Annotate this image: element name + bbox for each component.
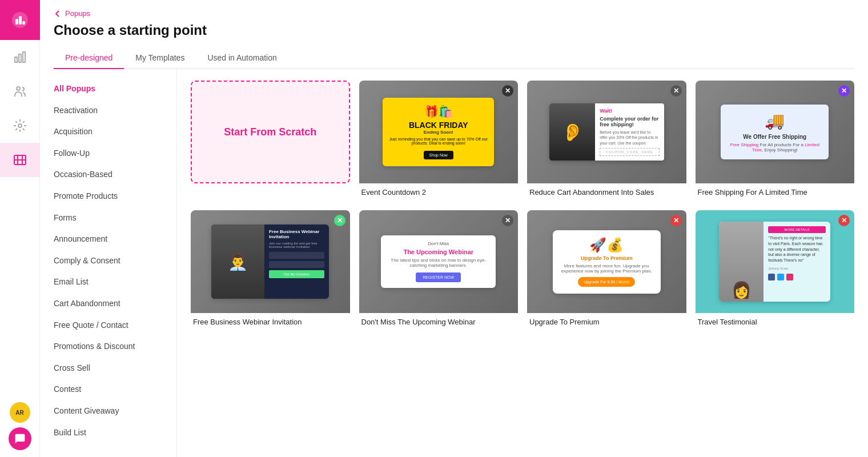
close-icon-free-shipping: ✕ bbox=[838, 85, 850, 97]
svg-rect-1 bbox=[15, 19, 18, 25]
svg-rect-4 bbox=[15, 57, 17, 62]
template-card-premium[interactable]: 🚀💰 Upgrade To Premium More features and … bbox=[527, 210, 686, 331]
nav-analytics[interactable] bbox=[0, 40, 40, 74]
nav-automations[interactable] bbox=[0, 109, 40, 143]
sidebar-item-all[interactable]: All Popups bbox=[40, 78, 176, 100]
tabs-bar: Pre-designed My Templates Used in Automa… bbox=[54, 47, 854, 69]
template-card-start-scratch[interactable]: Start From Scratch bbox=[191, 81, 350, 201]
sidebar-item-email-list[interactable]: Email List bbox=[40, 271, 176, 293]
templates-grid-area: Start From Scratch 🎁🛍️ BLACK FRIDAY Endi… bbox=[177, 69, 868, 457]
sidebar-item-content-giveaway[interactable]: Content Giveaway bbox=[40, 400, 176, 422]
template-thumb-webinar: 👨‍💼 Free Business Webinar Invitation Joi… bbox=[191, 210, 350, 313]
main-area: Popups Choose a starting point Pre-desig… bbox=[40, 0, 868, 457]
sidebar-item-build-list[interactable]: Build List bbox=[40, 422, 176, 444]
sidebar-item-contest[interactable]: Contest bbox=[40, 379, 176, 400]
breadcrumb[interactable]: Popups bbox=[54, 9, 854, 18]
template-name-webinar: Free Business Webinar Invitation bbox=[191, 313, 350, 331]
sidebar-item-comply-consent[interactable]: Comply & Consent bbox=[40, 250, 176, 272]
sidebar-item-forms[interactable]: Forms bbox=[40, 207, 176, 229]
template-name-travel: Travel Testimonial bbox=[696, 313, 855, 331]
category-sidebar: All Popups Reactivation Acquisition Foll… bbox=[40, 69, 177, 457]
tab-pre-designed[interactable]: Pre-designed bbox=[54, 47, 124, 69]
templates-grid: Start From Scratch 🎁🛍️ BLACK FRIDAY Endi… bbox=[191, 81, 854, 331]
sidebar-item-promotions[interactable]: Promotions & Discount bbox=[40, 336, 176, 358]
template-thumb-free-shipping: 🚚 We Offer Free Shipping Free Shipping F… bbox=[696, 81, 855, 183]
sidebar-item-occasion-based[interactable]: Occasion-Based bbox=[40, 164, 176, 186]
template-card-event-countdown[interactable]: 🎁🛍️ BLACK FRIDAY Ending Soon! Just remin… bbox=[359, 81, 519, 201]
template-thumb-premium: 🚀💰 Upgrade To Premium More features and … bbox=[527, 210, 686, 313]
svg-rect-5 bbox=[19, 54, 21, 62]
tab-my-templates[interactable]: My Templates bbox=[124, 47, 196, 69]
template-name-premium: Upgrade To Premium bbox=[527, 313, 686, 331]
header: Popups Choose a starting point Pre-desig… bbox=[40, 0, 868, 69]
template-card-reduce-cart[interactable]: 👂 Wait! Complete your order for free shi… bbox=[527, 81, 686, 201]
close-icon-event-countdown: ✕ bbox=[502, 85, 513, 97]
svg-rect-6 bbox=[23, 52, 25, 62]
sidebar-item-reactivation[interactable]: Reactivation bbox=[40, 100, 176, 122]
template-name-event-countdown: Event Countdown 2 bbox=[359, 183, 519, 201]
template-card-travel[interactable]: 👩 MORE DETAILS "There's no right or wron… bbox=[696, 210, 855, 331]
tab-used-in-automation[interactable]: Used in Automation bbox=[196, 47, 288, 69]
nav-bottom: AR bbox=[9, 402, 31, 457]
app-logo[interactable] bbox=[0, 0, 40, 40]
template-name-reduce-cart: Reduce Cart Abandonment Into Sales bbox=[527, 183, 686, 201]
template-thumb-event-countdown: 🎁🛍️ BLACK FRIDAY Ending Soon! Just remin… bbox=[359, 81, 519, 183]
template-name-webinar2: Don't Miss The Upcoming Webinar bbox=[359, 313, 519, 331]
template-card-webinar2[interactable]: Don't Miss The Upcoming Webinar The late… bbox=[359, 210, 519, 331]
nav-popups[interactable] bbox=[0, 143, 40, 177]
sidebar-item-acquisition[interactable]: Acquisition bbox=[40, 121, 176, 143]
close-icon-webinar: ✕ bbox=[334, 215, 345, 226]
page-title: Choose a starting point bbox=[54, 22, 854, 38]
template-card-free-shipping[interactable]: 🚚 We Offer Free Shipping Free Shipping F… bbox=[696, 81, 855, 201]
close-icon-webinar2: ✕ bbox=[502, 215, 513, 226]
sidebar-item-cross-sell[interactable]: Cross Sell bbox=[40, 358, 176, 379]
template-thumb-scratch: Start From Scratch bbox=[191, 81, 350, 183]
sidebar-item-follow-up[interactable]: Follow-Up bbox=[40, 143, 176, 165]
sidebar-item-announcement[interactable]: Announcement bbox=[40, 228, 176, 250]
start-scratch-label: Start From Scratch bbox=[224, 126, 316, 138]
svg-point-8 bbox=[18, 124, 22, 127]
sidebar-item-cart-abandonment[interactable]: Cart Abandonment bbox=[40, 293, 176, 315]
template-thumb-travel: 👩 MORE DETAILS "There's no right or wron… bbox=[696, 210, 855, 313]
nav-rail: AR bbox=[0, 0, 40, 457]
svg-point-7 bbox=[17, 87, 20, 90]
svg-rect-3 bbox=[22, 21, 25, 25]
svg-rect-2 bbox=[19, 16, 22, 25]
chat-button[interactable] bbox=[9, 427, 31, 450]
content-area: All Popups Reactivation Acquisition Foll… bbox=[40, 69, 868, 457]
close-icon-premium: ✕ bbox=[670, 215, 682, 226]
close-icon-reduce-cart: ✕ bbox=[670, 85, 682, 97]
template-name-free-shipping: Free Shipping For A Limited Time bbox=[696, 183, 855, 201]
template-thumb-reduce-cart: 👂 Wait! Complete your order for free shi… bbox=[527, 81, 686, 183]
sidebar-item-free-quote[interactable]: Free Quote / Contact bbox=[40, 315, 176, 336]
sidebar-item-promote-products[interactable]: Promote Products bbox=[40, 186, 176, 207]
avatar[interactable]: AR bbox=[10, 402, 30, 423]
nav-contacts[interactable] bbox=[0, 74, 40, 109]
template-thumb-webinar2: Don't Miss The Upcoming Webinar The late… bbox=[359, 210, 519, 313]
close-icon-travel: ✕ bbox=[838, 215, 850, 226]
template-card-webinar[interactable]: 👨‍💼 Free Business Webinar Invitation Joi… bbox=[191, 210, 350, 331]
breadcrumb-label: Popups bbox=[65, 9, 90, 18]
